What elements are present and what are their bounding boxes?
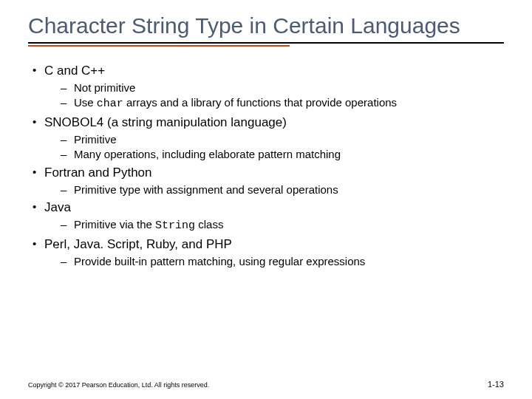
sub-list: Primitive Many operations, including ela… (44, 132, 504, 162)
content-area: C and C++ Not primitive Use char arrays … (28, 63, 504, 269)
bullet-head: Fortran and Python (44, 166, 152, 180)
sub-item: Provide built-in pattern matching, using… (44, 254, 504, 269)
divider-dark (28, 42, 504, 44)
list-item: Java Primitive via the String class (28, 200, 504, 233)
sub-list: Provide built-in pattern matching, using… (44, 254, 504, 269)
footer: Copyright © 2017 Pearson Education, Ltd.… (28, 380, 504, 389)
bullet-head: Java (44, 200, 71, 214)
sub-list: Primitive type with assignment and sever… (44, 183, 504, 197)
bullet-head: C and C++ (44, 64, 105, 78)
sub-item: Primitive type with assignment and sever… (44, 183, 504, 197)
sub-list: Not primitive Use char arrays and a libr… (44, 81, 504, 112)
copyright-text: Copyright © 2017 Pearson Education, Ltd.… (28, 381, 209, 389)
slide: Character String Type in Certain Languag… (0, 0, 532, 399)
text: Use (74, 96, 97, 109)
bullet-head: SNOBOL4 (a string manipulation language) (44, 115, 287, 129)
list-item: SNOBOL4 (a string manipulation language)… (28, 115, 504, 162)
divider-orange (28, 45, 290, 47)
slide-title: Character String Type in Certain Languag… (28, 13, 504, 39)
sub-item: Use char arrays and a library of functio… (44, 95, 504, 112)
sub-item: Primitive (44, 132, 504, 147)
list-item: C and C++ Not primitive Use char arrays … (28, 63, 504, 112)
sub-list: Primitive via the String class (44, 217, 504, 233)
page-number: 1-13 (488, 380, 504, 389)
sub-item: Not primitive (44, 81, 504, 95)
sub-item: Many operations, including elaborate pat… (44, 147, 504, 162)
text: Primitive via the (74, 218, 155, 231)
bullet-head: Perl, Java. Script, Ruby, and PHP (44, 237, 232, 251)
text: class (195, 218, 223, 231)
list-item: Fortran and Python Primitive type with a… (28, 165, 504, 197)
sub-item: Primitive via the String class (44, 217, 504, 233)
code-text: char (97, 98, 123, 110)
bullet-list: C and C++ Not primitive Use char arrays … (28, 63, 504, 269)
code-text: String (155, 219, 195, 232)
list-item: Perl, Java. Script, Ruby, and PHP Provid… (28, 236, 504, 269)
text: arrays and a library of functions that p… (123, 96, 397, 109)
